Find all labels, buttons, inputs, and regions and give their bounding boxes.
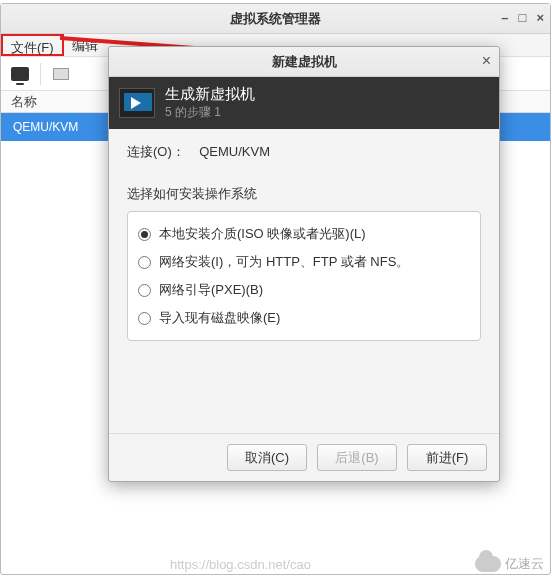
dialog-header-title: 生成新虚拟机 xyxy=(165,85,255,104)
option-import-disk[interactable]: 导入现有磁盘映像(E) xyxy=(138,304,470,332)
close-button[interactable]: × xyxy=(536,10,544,25)
option-label: 网络安装(I)，可为 HTTP、FTP 或者 NFS。 xyxy=(159,253,409,271)
radio-icon xyxy=(138,228,151,241)
option-label: 导入现有磁盘映像(E) xyxy=(159,309,280,327)
watermark-logo: 亿速云 xyxy=(475,555,544,573)
option-local-media[interactable]: 本地安装介质(ISO 映像或者光驱)(L) xyxy=(138,220,470,248)
open-vm-toolbar-button[interactable] xyxy=(48,61,74,87)
option-label: 网络引导(PXE)(B) xyxy=(159,281,263,299)
cloud-icon xyxy=(475,556,501,572)
radio-icon xyxy=(138,284,151,297)
menu-file[interactable]: 文件(F) xyxy=(1,34,64,56)
new-vm-toolbar-button[interactable] xyxy=(7,61,33,87)
back-button[interactable]: 后退(B) xyxy=(317,444,397,471)
dialog-close-button[interactable]: × xyxy=(482,52,491,70)
option-network-install[interactable]: 网络安装(I)，可为 HTTP、FTP 或者 NFS。 xyxy=(138,248,470,276)
connection-label: 连接(O)： xyxy=(127,144,185,159)
open-icon xyxy=(53,68,69,80)
monitor-icon xyxy=(11,67,29,81)
maximize-button[interactable]: □ xyxy=(519,10,527,25)
minimize-button[interactable]: – xyxy=(501,10,508,25)
radio-icon xyxy=(138,256,151,269)
dialog-step-label: 5 的步骤 1 xyxy=(165,104,255,121)
forward-button[interactable]: 前进(F) xyxy=(407,444,487,471)
connection-value: QEMU/KVM xyxy=(199,144,270,159)
toolbar-separator xyxy=(40,63,41,85)
menu-edit[interactable]: 编辑 xyxy=(64,34,106,56)
main-titlebar: 虚拟系统管理器 – □ × xyxy=(1,4,550,34)
option-label: 本地安装介质(ISO 映像或者光驱)(L) xyxy=(159,225,366,243)
option-pxe[interactable]: 网络引导(PXE)(B) xyxy=(138,276,470,304)
cancel-button[interactable]: 取消(C) xyxy=(227,444,307,471)
install-options-group: 本地安装介质(ISO 映像或者光驱)(L) 网络安装(I)，可为 HTTP、FT… xyxy=(127,211,481,341)
vm-play-icon xyxy=(119,88,155,118)
main-window-title: 虚拟系统管理器 xyxy=(230,10,321,28)
dialog-titlebar: 新建虚拟机 × xyxy=(109,47,499,77)
dialog-banner: 生成新虚拟机 5 的步骤 1 xyxy=(109,77,499,129)
dialog-title: 新建虚拟机 xyxy=(272,53,337,71)
install-prompt: 选择如何安装操作系统 xyxy=(127,185,481,203)
dialog-footer: 取消(C) 后退(B) 前进(F) xyxy=(109,433,499,481)
dialog-body: 连接(O)： QEMU/KVM 选择如何安装操作系统 本地安装介质(ISO 映像… xyxy=(109,129,499,433)
main-window-controls: – □ × xyxy=(501,10,544,25)
watermark-url: https://blog.csdn.net/cao xyxy=(170,557,311,572)
radio-icon xyxy=(138,312,151,325)
watermark-brand: 亿速云 xyxy=(505,555,544,573)
new-vm-dialog: 新建虚拟机 × 生成新虚拟机 5 的步骤 1 连接(O)： QEMU/KVM 选… xyxy=(108,46,500,482)
